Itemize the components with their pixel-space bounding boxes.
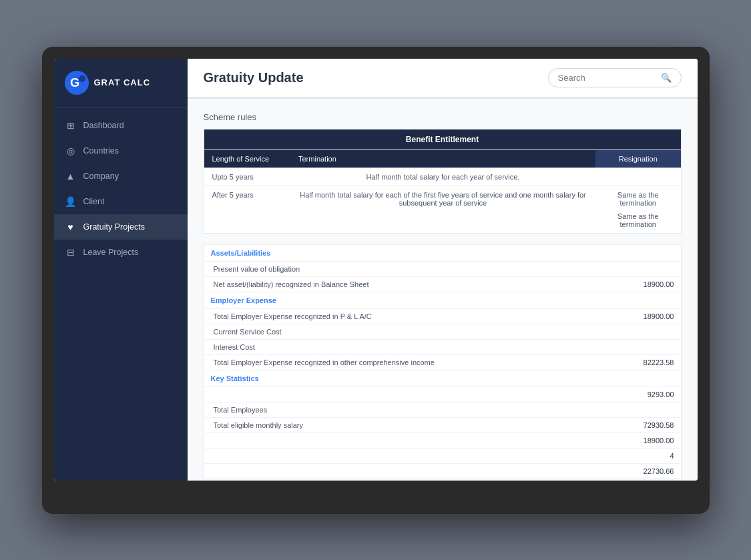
resignation-after: Same as the termination Same as the term… xyxy=(595,186,681,233)
benefit-table: Benefit Entitlement Length of Service Te… xyxy=(204,129,682,234)
col-resignation: Resignation xyxy=(595,150,681,168)
leave-icon: ⊟ xyxy=(65,247,77,258)
section-header-assets: Assets/Liabilities xyxy=(204,244,681,261)
table-row: 22730.66 xyxy=(204,463,681,479)
search-icon: 🔍 xyxy=(661,73,672,83)
row-value: 18900.00 xyxy=(614,276,681,292)
row-value: 18900.00 xyxy=(614,308,681,324)
table-row: After 5 years Half month total salary fo… xyxy=(204,186,681,233)
col-termination: Termination xyxy=(290,150,595,168)
svg-text:G: G xyxy=(70,76,79,89)
client-icon: 👤 xyxy=(65,196,77,207)
page-title: Gratuity Update xyxy=(204,70,304,85)
logo-icon: G xyxy=(65,71,89,95)
row-label xyxy=(204,448,614,463)
row-label xyxy=(204,433,614,448)
sidebar-item-dashboard[interactable]: ⊞ Dashboard xyxy=(54,113,188,138)
sidebar-item-label: Countries xyxy=(83,146,119,156)
row-label xyxy=(204,386,614,402)
row-value xyxy=(614,324,681,339)
sidebar-item-label: Dashboard xyxy=(83,121,124,130)
main-content: Gratuity Update 🔍 General Data upload Pa… xyxy=(188,59,698,481)
sidebar-item-gratuity-projects[interactable]: ♥ Gratuity Projects xyxy=(54,214,188,240)
financial-table: Assets/Liabilities Present value of obli… xyxy=(204,244,682,479)
search-box[interactable]: 🔍 xyxy=(548,68,682,87)
logo-text: GRAT CALC xyxy=(94,77,151,87)
sidebar-item-label: Client xyxy=(83,197,105,206)
company-icon: ▲ xyxy=(65,171,77,182)
table-row: Current Service Cost xyxy=(204,324,681,339)
sidebar-nav: ⊞ Dashboard ◎ Countries ▲ Company 👤 Clie… xyxy=(54,107,188,481)
sidebar-item-countries[interactable]: ◎ Countries xyxy=(54,138,188,164)
row-label: Total Employees xyxy=(204,402,614,417)
section-header-key-stats: Key Statistics xyxy=(204,370,681,386)
row-label: Total eligible monthly salary xyxy=(204,417,614,433)
content-area: Scheme rules Benefit Entitlement Length … xyxy=(188,99,698,481)
sidebar: G GRAT CALC ⊞ Dashboard ◎ Countries ▲ Co… xyxy=(54,59,188,481)
row-value xyxy=(614,402,681,417)
row-label: Interest Cost xyxy=(204,339,614,354)
table-row: Total Employees xyxy=(204,402,681,417)
countries-icon: ◎ xyxy=(65,146,77,156)
logo-area: G GRAT CALC xyxy=(54,59,188,107)
section-label-assets: Assets/Liabilities xyxy=(204,244,614,261)
row-label: Current Service Cost xyxy=(204,324,614,339)
sidebar-item-leave-projects[interactable]: ⊟ Leave Projects xyxy=(54,240,188,265)
row-label: Total Employer Expense recognized in P &… xyxy=(204,308,614,324)
termination-after: Half month total salary for each of the … xyxy=(290,186,595,233)
row-label xyxy=(204,463,614,479)
table-row: 4 xyxy=(204,448,681,463)
scheme-rules-label: Scheme rules xyxy=(204,112,682,122)
row-value: 9293.00 xyxy=(614,386,681,402)
sidebar-item-client[interactable]: 👤 Client xyxy=(54,189,188,214)
table-row: Total eligible monthly salary 72930.58 xyxy=(204,417,681,433)
col-service: Length of Service xyxy=(204,150,290,168)
row-value: 82223.58 xyxy=(614,354,681,370)
table-row: Upto 5 years Half month total salary for… xyxy=(204,168,681,186)
benefit-header-cell: Benefit Entitlement xyxy=(204,129,681,150)
benefit-sub-header-row: Length of Service Termination Resignatio… xyxy=(204,150,681,168)
resignation-line2: Same as the termination xyxy=(603,212,673,228)
sidebar-item-label: Leave Projects xyxy=(83,248,139,257)
termination-upto: Half month total salary for each year of… xyxy=(290,168,595,186)
row-value: 72930.58 xyxy=(614,417,681,433)
table-row: Net asset/(liability) recognized in Bala… xyxy=(204,276,681,292)
section-header-employer: Employer Expense xyxy=(204,292,681,308)
search-input[interactable] xyxy=(558,73,656,83)
row-value: 22730.66 xyxy=(614,463,681,479)
gratuity-icon: ♥ xyxy=(65,222,77,232)
header: Gratuity Update 🔍 xyxy=(188,59,698,97)
resignation-line1: Same as the termination xyxy=(603,191,673,207)
table-row: 9293.00 xyxy=(204,386,681,402)
table-row: Interest Cost xyxy=(204,339,681,354)
sidebar-item-label: Company xyxy=(83,172,119,181)
row-label: Net asset/(liability) recognized in Bala… xyxy=(204,276,614,292)
table-row: 18900.00 xyxy=(204,433,681,448)
section-label-key-stats: Key Statistics xyxy=(204,370,614,386)
row-value xyxy=(614,339,681,354)
row-label: Total Employer Expense recognized in oth… xyxy=(204,354,614,370)
table-row: Present value of obligation xyxy=(204,261,681,276)
table-row: Total Employer Expense recognized in oth… xyxy=(204,354,681,370)
dashboard-icon: ⊞ xyxy=(65,120,77,131)
section-label-employer: Employer Expense xyxy=(204,292,614,308)
service-upto: Upto 5 years xyxy=(204,168,290,186)
svg-point-2 xyxy=(79,75,85,82)
sidebar-item-label: Gratuity Projects xyxy=(83,222,145,232)
benefit-header-row: Benefit Entitlement xyxy=(204,129,681,150)
row-label: Present value of obligation xyxy=(204,261,614,276)
row-value xyxy=(614,261,681,276)
row-value: 4 xyxy=(614,448,681,463)
service-after: After 5 years xyxy=(204,186,290,233)
row-value: 18900.00 xyxy=(614,433,681,448)
resignation-upto xyxy=(595,168,681,186)
table-row: Total Employer Expense recognized in P &… xyxy=(204,308,681,324)
sidebar-item-company[interactable]: ▲ Company xyxy=(54,164,188,189)
